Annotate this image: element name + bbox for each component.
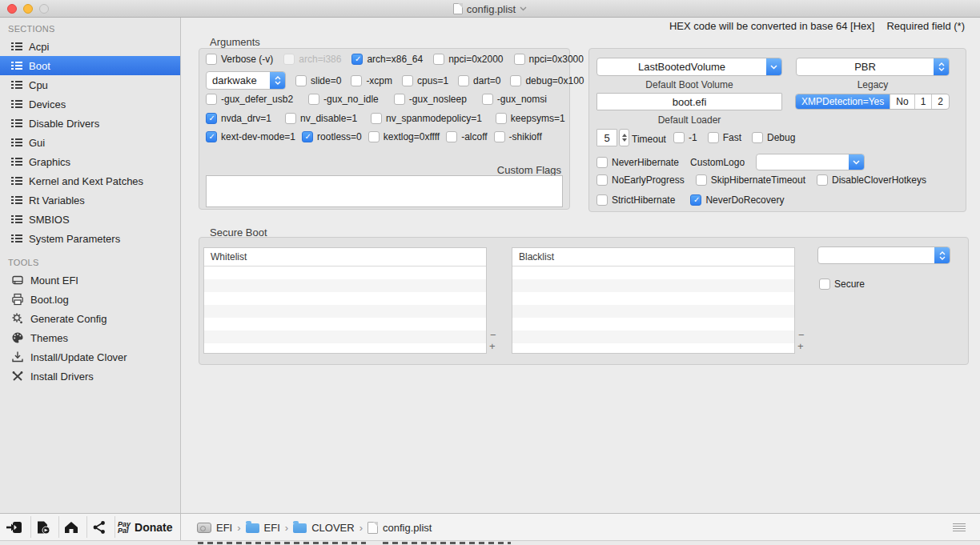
sidebar-item-devices[interactable]: Devices (0, 94, 180, 114)
window-title-group[interactable]: config.plist (0, 0, 980, 18)
darkwake-popup[interactable]: darkwake (206, 71, 286, 90)
checkbox-box (496, 113, 507, 124)
checkbox-arch-x86-64[interactable]: arch=x86_64 (351, 54, 423, 65)
checkbox-fast[interactable]: Fast (708, 132, 741, 143)
checkbox-box (514, 54, 525, 65)
breadcrumb-item-clover-folder[interactable]: CLOVER (311, 522, 354, 534)
sidebar-item-graphics[interactable]: Graphics (0, 152, 180, 171)
checkbox-kextlog-0xffff[interactable]: kextlog=0xffff (368, 131, 440, 142)
checkbox-keepsyms-1[interactable]: keepsyms=1 (496, 113, 565, 124)
checkbox-nv-spanmodepolicy-1[interactable]: nv_spanmodepolicy=1 (371, 113, 482, 124)
blacklist-remove-button[interactable]: − (798, 331, 805, 339)
checkbox-box (351, 75, 362, 86)
sidebar-item-system-parameters[interactable]: System Parameters (0, 229, 180, 248)
drive-icon (11, 274, 24, 287)
checkbox-secure[interactable]: Secure (819, 279, 865, 290)
share-button[interactable] (87, 514, 111, 541)
export-config-button[interactable] (31, 514, 55, 541)
checkbox-kext-dev-mode-1[interactable]: kext-dev-mode=1 (206, 131, 295, 142)
checkbox-nv-disable-1[interactable]: nv_disable=1 (285, 113, 357, 124)
blacklist-add-button[interactable]: + (797, 343, 804, 351)
custom-logo-value (757, 154, 849, 170)
whitelist-table[interactable]: Whitelist (203, 247, 487, 354)
checkbox-neverdorecovery[interactable]: NeverDoRecovery (690, 194, 784, 206)
secure-boot-policy-popup[interactable] (817, 246, 950, 264)
legacy-popup[interactable]: PBR (796, 58, 950, 76)
sidebar-tool-generate-config[interactable]: Generate Config (0, 309, 180, 328)
checkbox-noearlyprogress[interactable]: NoEarlyProgress (596, 174, 685, 186)
sidebar-tool-mount-efi[interactable]: Mount EFI (0, 270, 180, 290)
sidebar-item-rt-variables[interactable]: Rt Variables (0, 190, 180, 210)
checkbox-minus-1[interactable]: -1 (673, 132, 697, 143)
hex-note: HEX code will be converted in base 64 [H… (669, 20, 875, 32)
checkbox-slide-0[interactable]: slide=0 (295, 75, 341, 86)
checkbox-npci-0x2000[interactable]: npci=0x2000 (433, 54, 503, 65)
checkbox-arch-i386: arch=i386 (283, 54, 341, 65)
checkbox-debug[interactable]: Debug (752, 132, 795, 143)
whitelist-remove-button[interactable]: − (490, 331, 496, 339)
checkbox-label: rootless=0 (317, 131, 362, 142)
sidebar-divider-extension (180, 514, 181, 540)
segment-1[interactable]: 1 (915, 94, 933, 109)
sidebar-tool-install-drivers[interactable]: Install Drivers (0, 367, 180, 386)
checkbox-stricthibernate[interactable]: StrictHibernate (596, 194, 675, 206)
checkbox-label: Secure (834, 279, 865, 290)
sidebar-item-disable-drivers[interactable]: Disable Drivers (0, 114, 180, 133)
checkbox-gux-nomsi[interactable]: -gux_nomsi (482, 94, 547, 105)
checkbox-rootless-0[interactable]: rootless=0 (302, 131, 362, 142)
sidebar-tool-install-update-clover[interactable]: Install/Update Clover (0, 347, 180, 367)
checkbox-alcoff[interactable]: -alcoff (446, 131, 487, 142)
blacklist-table[interactable]: Blacklist (512, 247, 795, 354)
segment-no[interactable]: No (890, 94, 914, 109)
checkbox-npci-0x3000[interactable]: npci=0x3000 (514, 54, 584, 65)
checkbox-nvda-drv-1[interactable]: nvda_drv=1 (206, 113, 271, 124)
checkbox-skiphibernatetimeout[interactable]: SkipHibernateTimeout (696, 174, 805, 186)
sidebar-item-boot[interactable]: Boot (0, 56, 180, 75)
list-view-icon[interactable] (953, 523, 966, 532)
sidebar-tool-bootlog[interactable]: Boot.log (0, 290, 180, 309)
combo-chevron-icon (849, 154, 864, 170)
default-loader-input[interactable] (596, 93, 782, 110)
paypal-donate-button[interactable]: PayPal Donate (118, 514, 172, 541)
whitelist-add-button[interactable]: + (489, 343, 496, 351)
sidebar-item-label: Boot (29, 60, 50, 72)
checkbox-dart-0[interactable]: dart=0 (458, 75, 500, 86)
segment-2[interactable]: 2 (932, 94, 949, 109)
checkbox-box (446, 131, 457, 142)
checkbox-disablecloverhotkeys[interactable]: DisableCloverHotkeys (817, 174, 926, 186)
default-boot-volume-label: Default Boot Volume (596, 79, 782, 90)
custom-logo-combo[interactable] (756, 154, 865, 170)
sidebar-item-cpu[interactable]: Cpu (0, 75, 180, 94)
checkbox-gux-nosleep[interactable]: -gux_nosleep (394, 94, 467, 105)
import-config-button[interactable] (2, 514, 26, 541)
breadcrumb-item-config-plist[interactable]: config.plist (383, 522, 432, 534)
checkbox-gux-no-idle[interactable]: -gux_no_idle (308, 94, 379, 105)
checkbox-gux-defer-usb2[interactable]: -gux_defer_usb2 (206, 94, 293, 105)
custom-logo-label: CustomLogo (690, 157, 745, 168)
sidebar-item-gui[interactable]: Gui (0, 133, 180, 152)
segment-xmpdetection-yes[interactable]: XMPDetection=Yes (796, 94, 890, 109)
checkbox-box (308, 94, 319, 105)
checkbox-neverhibernate[interactable]: NeverHibernate (596, 157, 679, 168)
sidebar-item-acpi[interactable]: Acpi (0, 37, 180, 56)
checkbox-xcpm[interactable]: -xcpm (351, 75, 392, 86)
blacklist-body[interactable] (512, 266, 794, 353)
checkbox-shikioff[interactable]: -shikioff (494, 131, 542, 142)
whitelist-body[interactable] (204, 266, 486, 353)
breadcrumb-item-efi-folder[interactable]: EFI (264, 522, 280, 534)
sidebar-item-kernel-kext-patches[interactable]: Kernel and Kext Patches (0, 171, 180, 190)
breadcrumb-item-efi-disk[interactable]: EFI (216, 522, 232, 534)
timeout-input[interactable] (596, 129, 617, 146)
custom-flags-input[interactable] (206, 175, 563, 207)
default-boot-volume-combo[interactable]: LastBootedVolume (596, 58, 782, 76)
timeout-stepper[interactable] (619, 129, 629, 146)
sidebar-tool-themes[interactable]: Themes (0, 328, 180, 347)
checkbox-cpus-1[interactable]: cpus=1 (402, 75, 448, 86)
checkbox-debug-0x100[interactable]: debug=0x100 (510, 75, 584, 86)
checkbox-verbose[interactable]: Verbose (-v) (206, 54, 273, 65)
download-icon (11, 351, 24, 363)
bottom-toolbar: PayPal Donate EFI › EFI › CLOVER › confi… (0, 513, 980, 540)
paypal-logo: PayPal (118, 521, 131, 534)
sidebar-item-smbios[interactable]: SMBIOS (0, 210, 180, 229)
home-button[interactable] (59, 514, 83, 541)
